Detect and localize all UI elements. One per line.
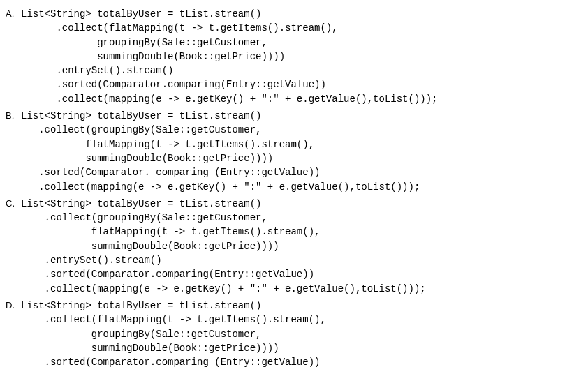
option-d: D. List<String> totalByUser = tList.stre… [6,299,582,367]
option-a: A. List<String> totalByUser = tList.stre… [6,7,582,106]
code-line: .entrySet().stream() [21,65,173,76]
code-line: .sorted(Comparator.comparing (Entry::get… [21,357,320,367]
option-c-code: List<String> totalByUser = tList.stream(… [21,197,426,296]
code-line: .collect(flatMapping(t -> t.getItems().s… [21,314,326,325]
code-line: summingDouble(Book::getPrice)))) [21,51,285,62]
code-line: flatMapping(t -> t.getItems().stream(), [21,226,320,237]
option-d-code: List<String> totalByUser = tList.stream(… [21,299,426,367]
code-line: List<String> totalByUser = tList.stream(… [21,110,261,121]
code-line: List<String> totalByUser = tList.stream(… [21,8,261,20]
code-line: groupingBy(Sale::getCustomer, [21,329,261,340]
option-b-bullet: B. [6,109,21,123]
code-line: .collect(mapping(e -> e.getKey() + ":" +… [21,93,438,105]
code-line: .sorted(Comparator.comparing(Entry::getV… [21,269,314,280]
option-c-bullet: C. [6,197,21,211]
code-line: summingDouble(Book::getPrice)))) [21,343,279,354]
option-a-code: List<String> totalByUser = tList.stream(… [21,7,438,106]
code-line: .collect(mapping(e -> e.getKey() + ":" +… [21,283,426,294]
code-line: .collect(groupingBy(Sale::getCustomer, [21,124,261,135]
code-line: groupingBy(Sale::getCustomer, [21,37,267,48]
code-line: List<String> totalByUser = tList.stream(… [21,300,261,311]
code-line: .entrySet().stream() [21,255,162,266]
code-line: .collect(mapping(e -> e.getKey() + ":" +… [21,181,420,193]
option-b: B. List<String> totalByUser = tList.stre… [6,109,582,194]
code-line: summingDouble(Book::getPrice)))) [21,241,279,252]
option-c: C. List<String> totalByUser = tList.stre… [6,197,582,296]
option-a-bullet: A. [6,7,21,21]
code-line: .sorted(Comparator.comparing(Entry::getV… [21,79,326,90]
option-d-bullet: D. [6,299,21,313]
code-line: .collect(groupingBy(Sale::getCustomer, [21,212,267,223]
code-line: summingDouble(Book::getPrice)))) [21,153,273,164]
code-line: .collect(flatMapping(t -> t.getItems().s… [21,22,338,33]
code-line: flatMapping(t -> t.getItems().stream(), [21,139,314,150]
option-b-code: List<String> totalByUser = tList.stream(… [21,109,420,194]
code-line: .sorted(Comparator. comparing (Entry::ge… [21,167,320,178]
code-line: List<String> totalByUser = tList.stream(… [21,198,261,209]
